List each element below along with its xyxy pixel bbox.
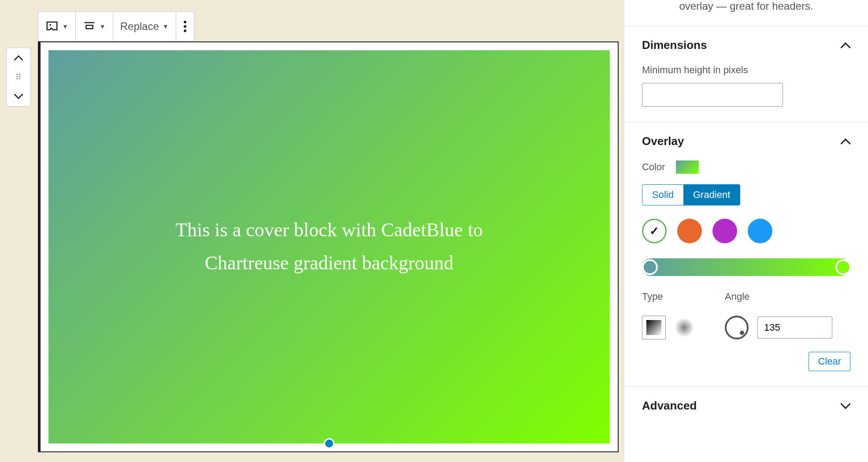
cover-block[interactable]: This is a cover block with CadetBlue to … [38,41,619,452]
overlay-panel: Overlay Color Solid Gradient [624,122,868,386]
gradient-type-linear[interactable] [642,316,666,339]
clear-button[interactable]: Clear [809,352,850,371]
angle-dial[interactable] [725,316,749,339]
caret-down-icon: ▼ [163,23,169,30]
align-button[interactable]: ▼ [76,12,113,41]
gradient-stop-end[interactable] [835,259,851,275]
chevron-up-icon [841,138,850,145]
panel-title: Overlay [642,134,684,148]
chevron-down-icon [841,403,850,409]
move-up-button[interactable] [7,48,30,67]
current-color-swatch[interactable] [676,160,699,174]
block-mover: ⠿ [6,48,31,107]
block-toolbar: ▼ ▼ Replace ▼ [38,11,194,41]
solid-tab[interactable]: Solid [642,185,683,205]
gradient-type-radial[interactable] [675,318,694,337]
move-down-button[interactable] [7,87,30,106]
type-label: Type [642,291,694,302]
block-type-button[interactable]: ▼ [38,12,75,41]
more-options-button[interactable] [176,12,194,41]
replace-label: Replace [120,20,159,33]
color-label: Color [642,161,665,173]
gradient-presets [642,219,850,243]
resize-handle-bottom[interactable] [324,438,334,449]
angle-input[interactable] [757,317,832,339]
angle-label: Angle [725,291,832,302]
gradient-bar[interactable] [642,258,850,276]
block-description: overlay — great for headers. [624,0,868,26]
gradient-track [642,258,850,276]
svg-point-1 [184,21,186,23]
preset-swatch-selected[interactable] [642,219,667,243]
drag-handle[interactable]: ⠿ [7,67,30,87]
min-height-label: Minimum height in pixels [642,64,850,76]
panel-title: Advanced [642,399,697,413]
gradient-stop-start[interactable] [642,259,658,275]
inspector-sidebar: overlay — great for headers. Dimensions … [624,0,868,462]
advanced-panel: Advanced [624,386,868,425]
overlay-panel-toggle[interactable]: Overlay [624,122,868,160]
dimensions-panel: Dimensions Minimum height in pixels [624,26,868,122]
color-mode-toggle: Solid Gradient [642,184,740,205]
svg-point-3 [184,30,186,32]
cover-block-icon [45,20,59,33]
align-icon [83,20,96,33]
svg-point-0 [49,24,51,26]
panel-title: Dimensions [642,38,707,52]
replace-button[interactable]: Replace ▼ [113,12,176,41]
caret-down-icon: ▼ [100,23,106,30]
svg-point-2 [184,25,186,28]
cover-text[interactable]: This is a cover block with CadetBlue to … [175,214,483,280]
editor-canvas: ⠿ ▼ ▼ Replace ▼ [0,0,624,462]
min-height-input[interactable] [642,83,783,107]
advanced-panel-toggle[interactable]: Advanced [624,387,868,425]
dimensions-panel-toggle[interactable]: Dimensions [624,26,868,64]
preset-swatch-purple[interactable] [712,219,737,243]
more-vertical-icon [183,20,187,33]
cover-block-inner: This is a cover block with CadetBlue to … [48,50,610,443]
preset-swatch-orange[interactable] [677,219,702,243]
preset-swatch-blue[interactable] [748,219,772,243]
caret-down-icon: ▼ [62,23,68,30]
chevron-up-icon [841,42,850,48]
gradient-tab[interactable]: Gradient [683,185,740,205]
